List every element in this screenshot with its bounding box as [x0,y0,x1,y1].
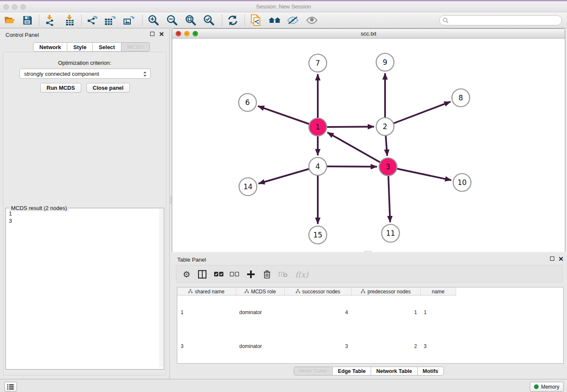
table-cell[interactable]: 2 [352,329,421,364]
zoom-in-button[interactable] [146,14,160,27]
close-table-panel-button[interactable]: ✕ [558,257,564,262]
toolbar-separator [245,15,245,26]
table-settings-button[interactable]: ⚙ [180,268,193,281]
table-cell[interactable]: 3 [285,329,352,364]
float-panel-button[interactable] [150,32,154,37]
tab-node-table[interactable]: Node Table [294,367,333,375]
graph-edge-1-6[interactable] [258,106,318,127]
titlebar: Session: New Session [0,1,567,12]
zoom-selected-button[interactable] [201,14,216,27]
result-line: 3 [9,217,160,224]
column-header-shared-name[interactable]: shared name [177,287,236,295]
refresh-icon [227,15,238,26]
save-icon [23,16,32,25]
dropdown-chevrons-icon [143,71,147,77]
control-panel-header: Control Panel ✕ [0,28,169,41]
zoom-fit-icon [185,15,196,26]
table-toolbar: ⚙ f(x) [176,265,563,283]
tab-select[interactable]: Select [93,42,121,52]
export-image-button[interactable] [122,14,136,27]
deselect-all-columns-button[interactable] [228,268,241,281]
float-icon [550,257,554,261]
show-eye-button[interactable] [305,14,319,27]
graph-node-label: 10 [457,178,467,187]
graph-node-label: 4 [316,162,320,171]
home-button[interactable] [267,14,282,27]
network-canvas[interactable]: 7968124314101511 [172,39,565,252]
select-all-columns-button[interactable] [212,268,226,281]
result-scrollbar[interactable] [159,209,163,367]
delete-table-icon [278,271,288,278]
save-session-button[interactable] [20,14,35,27]
column-header-name[interactable]: name [421,287,456,295]
application-window: Session: New Session [0,0,567,392]
table-cell[interactable]: 4 [285,295,352,330]
column-header-successor-nodes[interactable]: successor nodes [285,287,352,295]
open-session-button[interactable] [3,14,17,27]
import-network-button[interactable] [43,14,57,27]
hierarchy-icon [361,289,365,293]
column-header-MCDS-role[interactable]: MCDS role [236,287,285,295]
tab-motifs[interactable]: Motifs [418,367,444,375]
main-toolbar [0,12,567,28]
zoom-in-icon [148,15,159,26]
network-window-titlebar[interactable]: ✕ − + scc.txt [172,29,565,39]
import-network-icon [45,15,55,26]
graph-node-label: 15 [313,231,322,239]
float-table-panel-button[interactable] [550,257,554,262]
hierarchy-icon [245,289,249,293]
gear-icon: ⚙ [183,269,190,279]
column-header-predecessor-nodes[interactable]: predecessor nodes [352,287,421,295]
add-column-button[interactable] [244,268,258,281]
run-mcds-button[interactable]: Run MCDS [40,83,81,93]
tab-style[interactable]: Style [67,42,93,52]
export-table-icon [105,15,116,26]
zoom-out-button[interactable] [165,14,179,27]
criterion-dropdown[interactable]: strongly connected component [19,69,151,79]
table-cell[interactable]: 1 [352,295,421,330]
close-panel-button[interactable]: Close panel [86,83,130,93]
table-panel-header: Table Panel ✕ [172,253,567,266]
task-history-button[interactable] [4,382,17,392]
network-view-title: scc.txt [172,30,565,37]
table-row[interactable]: 1dominator411 [177,295,564,330]
control-panel: Control Panel ✕ Network Style Select MCD… [0,28,169,379]
delete-column-button[interactable] [260,268,274,281]
table-cell[interactable]: dominator [236,329,285,364]
table-cell[interactable]: 3 [421,329,456,364]
table-cell[interactable]: 1 [421,295,456,330]
tab-network[interactable]: Network [33,42,67,52]
column-panel-button[interactable] [195,268,209,281]
folder-open-icon [4,16,15,25]
memory-button[interactable]: Memory [530,382,564,392]
table-row[interactable]: 3dominator323 [177,329,564,364]
search-input[interactable] [439,15,562,25]
table-cell[interactable]: 3 [177,329,236,364]
graph-edge-3-1[interactable] [328,133,388,167]
list-icon [7,384,14,390]
function-builder-button[interactable]: f(x) [292,268,311,281]
close-panel-icon-button[interactable]: ✕ [159,32,164,37]
network-snapshot-button[interactable] [249,14,263,27]
criterion-value: strongly connected component [24,71,99,77]
import-table-button[interactable] [63,14,77,27]
column-label: name [432,288,444,294]
tab-mcds[interactable]: MCDS [121,42,150,52]
table-cell[interactable]: 1 [177,295,236,330]
graph-edge-2-8[interactable] [385,102,451,127]
refresh-button[interactable] [226,14,240,27]
export-network-button[interactable] [85,14,99,27]
tab-edge-table[interactable]: Edge Table [333,367,371,375]
zoom-fit-button[interactable] [183,14,198,27]
hide-eye-button[interactable] [286,14,300,27]
window-title: Session: New Session [0,3,567,10]
table-cell[interactable]: dominator [236,295,285,330]
horizontal-splitter-grip[interactable] [365,251,372,253]
column-label: predecessor nodes [367,288,410,294]
delete-table-button[interactable] [276,268,290,281]
tab-network-table[interactable]: Network Table [371,367,418,375]
graph-node-label: 9 [383,58,388,66]
export-table-button[interactable] [103,14,118,27]
mcds-result-text[interactable]: 1 3 [6,210,160,367]
graph-edge-3-10[interactable] [388,167,451,180]
